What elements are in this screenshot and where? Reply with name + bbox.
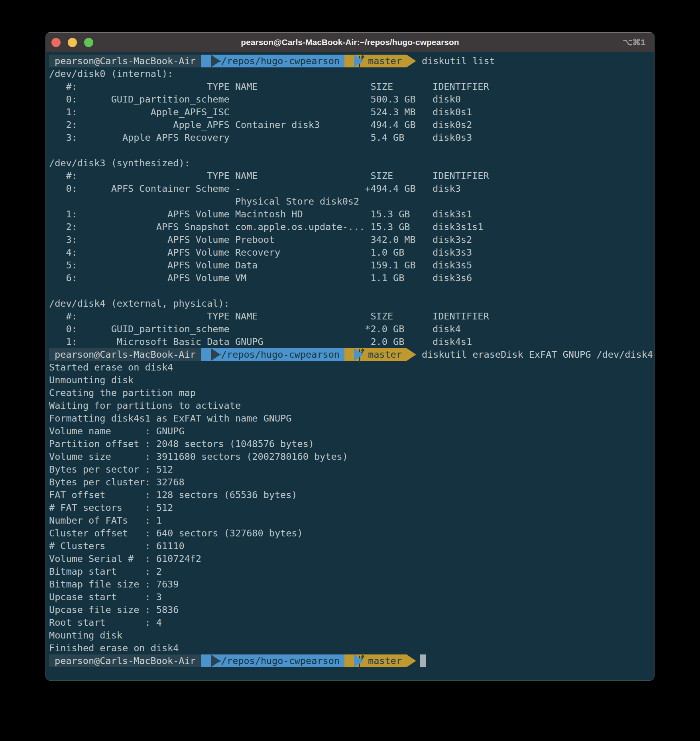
minimize-button[interactable] xyxy=(68,38,77,47)
terminal-window: pearson@Carls-MacBook-Air:~/repos/hugo-c… xyxy=(45,32,655,681)
prompt-line-1: pearson@Carls-MacBook-Air ~/repos/hugo-c… xyxy=(49,55,651,67)
window-title: pearson@Carls-MacBook-Air:~/repos/hugo-c… xyxy=(46,37,654,47)
prompt-path: ~/repos/hugo-cwpearson xyxy=(211,654,344,667)
tab-shortcut-hint: ⌥⌘1 xyxy=(623,32,645,52)
terminal-cursor xyxy=(420,654,426,667)
command-text: diskutil list xyxy=(416,55,495,67)
terminal-content[interactable]: pearson@Carls-MacBook-Air ~/repos/hugo-c… xyxy=(46,52,654,681)
prompt-user-host: pearson@Carls-MacBook-Air xyxy=(49,348,201,361)
zoom-button[interactable] xyxy=(84,38,93,47)
powerline-arrow-icon xyxy=(407,654,416,667)
prompt-line-3: pearson@Carls-MacBook-Air ~/repos/hugo-c… xyxy=(49,654,651,667)
titlebar[interactable]: pearson@Carls-MacBook-Air:~/repos/hugo-c… xyxy=(46,32,654,52)
erase-disk-output: Started erase on disk4 Unmounting disk C… xyxy=(49,361,651,654)
diskutil-list-output: /dev/disk0 (internal): #: TYPE NAME SIZE… xyxy=(49,67,651,348)
prompt-path: ~/repos/hugo-cwpearson xyxy=(211,348,344,361)
desktop: pearson@Carls-MacBook-Air:~/repos/hugo-c… xyxy=(0,0,700,741)
prompt-user-host: pearson@Carls-MacBook-Air xyxy=(49,55,201,67)
command-text: diskutil eraseDisk ExFAT GNUPG /dev/disk… xyxy=(416,348,653,361)
prompt-line-2: pearson@Carls-MacBook-Air ~/repos/hugo-c… xyxy=(49,348,651,361)
close-button[interactable] xyxy=(51,38,61,47)
powerline-arrow-icon xyxy=(407,55,416,67)
traffic-lights xyxy=(46,38,93,47)
prompt-branch-name: master xyxy=(368,348,402,361)
prompt-branch-name: master xyxy=(368,55,402,67)
prompt-path: ~/repos/hugo-cwpearson xyxy=(211,55,344,67)
prompt-branch-name: master xyxy=(368,654,402,667)
powerline-arrow-icon xyxy=(407,348,416,361)
prompt-user-host: pearson@Carls-MacBook-Air xyxy=(49,654,201,667)
